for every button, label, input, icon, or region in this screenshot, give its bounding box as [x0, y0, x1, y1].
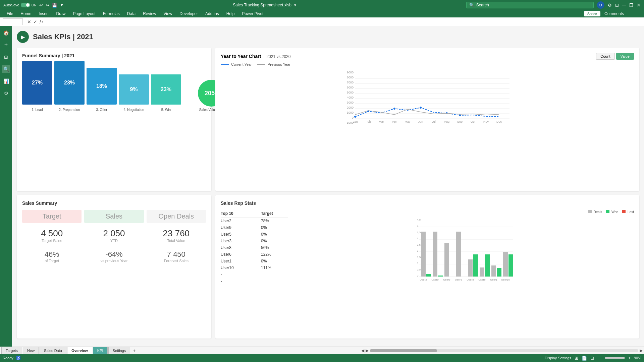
svg-text:4000: 4000 — [347, 96, 354, 99]
page-break-icon[interactable]: ⊡ — [590, 356, 594, 361]
legend-won: Won — [606, 210, 618, 214]
funnel-bars-wrapper: 27% 23% 18% 9% 2 — [22, 62, 181, 112]
menu-formulas[interactable]: Formulas — [100, 11, 123, 17]
menu-file[interactable]: File — [3, 11, 16, 17]
formula-bar: Q2 ✕ ✓ ƒx — [0, 17, 644, 26]
menu-developer[interactable]: Developer — [176, 11, 201, 17]
filename: Sales Tracking Spreadsheet.xlsb — [233, 3, 291, 7]
cancel-formula-icon[interactable]: ✕ — [27, 19, 31, 24]
menu-pagelayout[interactable]: Page Layout — [69, 11, 99, 17]
sheet-scrollbar[interactable] — [370, 349, 638, 352]
rep-target-0: 78% — [261, 219, 288, 223]
deals-bar-7 — [503, 252, 508, 277]
tab-targets[interactable]: Targets — [1, 347, 22, 354]
svg-text:Jan: Jan — [353, 120, 358, 123]
svg-text:User8: User8 — [467, 278, 474, 281]
save-icon[interactable]: 💾 — [52, 3, 57, 8]
legend-prev: Previous Year — [257, 62, 290, 66]
insert-function-icon[interactable]: ƒx — [39, 19, 44, 24]
confirm-formula-icon[interactable]: ✓ — [33, 19, 37, 24]
scroll-left-icon[interactable]: ◀ — [361, 348, 364, 353]
tab-settings[interactable]: Settings — [108, 347, 130, 354]
play-button[interactable]: ▶ — [17, 31, 29, 43]
svg-point-23 — [420, 107, 422, 109]
sidebar-grid-icon[interactable]: ⊞ — [2, 53, 10, 61]
autosave-toggle[interactable] — [21, 3, 30, 7]
rep-name-1: User9 — [221, 225, 261, 230]
menu-review[interactable]: Review — [140, 11, 159, 17]
tab-kpi[interactable]: KPI — [93, 347, 108, 354]
funnel-chart: 27% 23% 18% 9% 2 — [22, 62, 206, 112]
scroll-right-icon[interactable]: ▶ — [366, 348, 369, 353]
svg-text:0,5: 0,5 — [417, 268, 421, 271]
scroll-end-icon[interactable]: ▶ — [640, 348, 643, 353]
tab-new[interactable]: New — [23, 347, 39, 354]
sidebar-chart-icon[interactable]: 📊 — [2, 77, 10, 85]
display-settings-label[interactable]: Display Settings — [545, 356, 571, 360]
dropdown-arrow[interactable]: ▼ — [293, 3, 297, 7]
sidebar-search-icon[interactable]: 🔍 — [2, 65, 10, 73]
share-button[interactable]: Share — [584, 11, 600, 16]
sidebar-home-icon[interactable]: 🏠 — [2, 29, 10, 37]
menu-data[interactable]: Data — [124, 11, 139, 17]
zoom-in-icon[interactable]: + — [628, 356, 631, 360]
sidebar-settings-icon[interactable]: ⚙ — [2, 89, 10, 97]
search-box[interactable]: 🔍 Search — [466, 2, 594, 8]
add-sheet-button[interactable]: + — [131, 348, 138, 353]
target-pct-sub: of Target — [22, 259, 82, 263]
page-layout-icon[interactable]: 📄 — [582, 356, 587, 361]
menu-draw[interactable]: Draw — [53, 11, 69, 17]
normal-view-icon[interactable]: ⊞ — [575, 356, 578, 361]
deals-bar-3 — [456, 232, 461, 277]
customize-icon[interactable]: ▼ — [60, 3, 64, 7]
svg-text:5000: 5000 — [347, 91, 354, 94]
cell-reference[interactable]: Q2 — [3, 18, 23, 25]
menu-insert[interactable]: Insert — [35, 11, 52, 17]
close-btn[interactable]: ✕ — [637, 2, 641, 8]
rep-name-0: User2 — [221, 219, 261, 223]
menu-powerpivot[interactable]: Power Pivot — [238, 11, 267, 17]
dashboard-grid: Funnel Summary | 2021 27% 23% 18% — [17, 48, 639, 339]
ribbon-icon[interactable]: ⚙ — [608, 3, 612, 8]
rep-name-6: User1 — [221, 259, 261, 263]
undo-icon[interactable]: ↩ — [39, 3, 43, 8]
svg-text:Jul: Jul — [432, 120, 436, 123]
accessibility-icon[interactable]: ♿ — [16, 356, 21, 360]
rep-dash-4 — [261, 279, 288, 284]
rep-stats-card: Sales Rep Stats Top 10 Target User2 78% — [215, 195, 639, 339]
menu-addins[interactable]: Add-ins — [202, 11, 222, 17]
menu-help[interactable]: Help — [223, 11, 238, 17]
comments-button[interactable]: Comments — [604, 11, 624, 16]
deals-bar-6 — [491, 265, 496, 277]
funnel-label-5: 5. Win — [151, 108, 181, 112]
yty-subtitle: 2021 vs.2020 — [266, 54, 290, 59]
legend-current: Current Year — [221, 62, 252, 66]
tab-overview[interactable]: Overview — [67, 347, 92, 354]
yty-count-btn[interactable]: Count — [596, 53, 614, 60]
minimize-btn[interactable]: ─ — [622, 2, 626, 8]
user-avatar[interactable]: U — [597, 1, 604, 9]
tab-strip: Targets New Sales Data Overview KPI Sett… — [1, 347, 361, 354]
funnel-label-3: 3. Offer — [87, 108, 117, 112]
zoom-slider[interactable] — [605, 357, 625, 359]
rep-target-2: 0% — [261, 232, 288, 237]
fullscreen-icon[interactable]: ⊡ — [615, 3, 619, 8]
zoom-level: 90% — [634, 356, 641, 360]
yty-value-btn[interactable]: Value — [616, 53, 634, 60]
tab-sales-data[interactable]: Sales Data — [40, 347, 66, 354]
sidebar-add-icon[interactable]: + — [2, 41, 10, 49]
svg-text:User6: User6 — [478, 278, 486, 281]
target-pct-cell: 46% of Target — [22, 247, 82, 263]
deals-bar-2 — [444, 243, 449, 277]
restore-btn[interactable]: ❐ — [629, 3, 633, 8]
ready-status: Ready — [3, 356, 13, 360]
redo-icon[interactable]: ↪ — [46, 3, 49, 8]
sales-label: Sales — [84, 210, 144, 223]
yty-legend: Current Year Previous Year — [221, 62, 634, 66]
menu-home[interactable]: Home — [17, 11, 35, 17]
svg-point-20 — [354, 116, 356, 118]
autosave-control[interactable]: AutoSave ON — [3, 3, 37, 7]
zoom-out-icon[interactable]: — — [597, 356, 601, 360]
svg-text:Nov: Nov — [483, 120, 489, 123]
menu-view[interactable]: View — [160, 11, 176, 17]
